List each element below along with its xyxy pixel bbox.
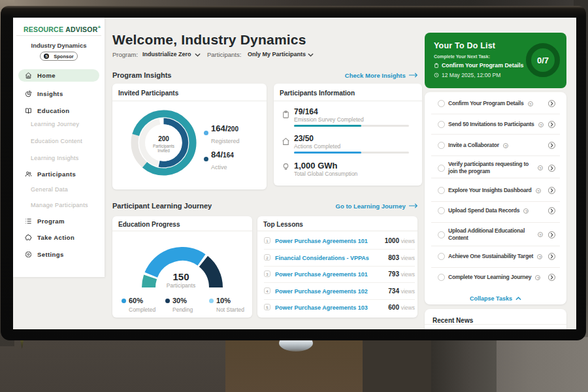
svg-text:Invited: Invited: [157, 148, 170, 153]
svg-text:200: 200: [158, 135, 169, 142]
